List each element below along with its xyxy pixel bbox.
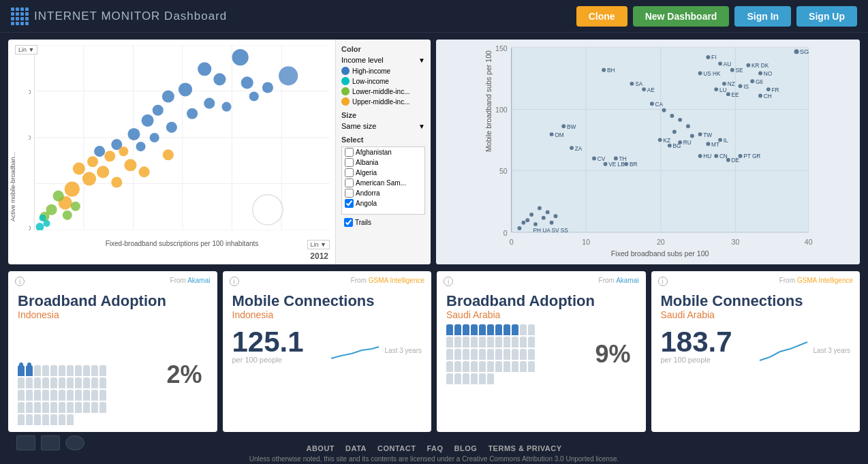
svg-text:50: 50 [29, 134, 31, 141]
source-label-1: From Akamai [170, 277, 211, 284]
svg-point-23 [198, 62, 211, 76]
person-grid-1 [18, 324, 99, 365]
svg-text:LU: LU [719, 87, 727, 93]
svg-text:AE: AE [647, 87, 655, 93]
svg-point-32 [166, 122, 177, 133]
trails-label: Trails [355, 219, 371, 226]
legend-low-income: Low-income [341, 77, 425, 85]
svg-point-141 [698, 132, 702, 136]
header: INTERNET MONITOR Dashboard Clone New Das… [0, 0, 868, 33]
svg-text:TH: TH [619, 156, 627, 162]
svg-point-45 [111, 176, 122, 187]
lin-dropdown-x[interactable]: Lin ▼ [307, 240, 330, 249]
svg-text:MT: MT [711, 142, 719, 148]
country-list[interactable]: Afghanistan Albania Algeria American Sam… [341, 146, 425, 215]
source-name-1: Akamai [187, 277, 210, 284]
percent-value-3: 9% [595, 340, 630, 369]
svg-text:SA: SA [635, 81, 643, 87]
svg-text:NO: NO [764, 71, 773, 77]
footer-link-data[interactable]: DATA [345, 444, 367, 452]
svg-text:100: 100 [495, 106, 508, 114]
mini-chart-4 [756, 337, 811, 364]
svg-point-103 [714, 87, 718, 91]
svg-point-124 [690, 134, 694, 138]
clone-button[interactable]: Clone [576, 6, 627, 27]
svg-text:150: 150 [495, 44, 508, 52]
svg-point-165 [517, 226, 521, 230]
y-axis-label-left: Active mobile-broadban... [10, 152, 30, 221]
info-icon-1[interactable]: i [15, 277, 25, 286]
svg-text:RU: RU [683, 140, 692, 146]
svg-text:HU: HU [703, 153, 711, 159]
svg-text:BW: BW [567, 124, 576, 130]
country-checkbox-andorra[interactable] [345, 189, 354, 198]
svg-point-60 [44, 220, 50, 227]
svg-point-41 [279, 66, 298, 85]
svg-point-40 [150, 133, 159, 142]
svg-point-97 [739, 84, 743, 88]
svg-point-48 [73, 162, 85, 174]
scatter-svg-right: 150 100 50 0 0 10 20 30 40 SG FI AU [436, 40, 860, 264]
country-checkbox-afghanistan[interactable] [345, 148, 354, 157]
scatter-chart-left: Active mobile-broadban... [8, 40, 431, 264]
card-mobile-indonesia: i From GSMA Intelligence Mobile Connecti… [223, 271, 432, 432]
svg-point-167 [550, 221, 554, 225]
card-broadband-indonesia: i From Akamai Broadband Adoption Indones… [8, 271, 217, 432]
svg-point-153 [726, 158, 730, 162]
footer-link-about[interactable]: ABOUT [306, 444, 335, 452]
svg-point-51 [119, 146, 128, 156]
svg-point-166 [521, 221, 525, 225]
svg-point-109 [766, 87, 771, 91]
svg-text:50: 50 [499, 167, 508, 175]
svg-point-43 [82, 172, 96, 185]
svg-point-58 [71, 202, 80, 211]
svg-text:CN: CN [719, 153, 728, 159]
country-checkbox-angola[interactable] [345, 199, 354, 208]
svg-text:ZA: ZA [575, 146, 583, 152]
sign-up-button[interactable]: Sign Up [796, 6, 857, 27]
svg-point-168 [554, 214, 558, 218]
svg-point-31 [142, 114, 154, 127]
svg-point-157 [698, 154, 702, 158]
info-icon-4[interactable]: i [658, 277, 668, 286]
svg-text:FI: FI [711, 55, 716, 61]
card-title-4: Mobile Connections [661, 293, 851, 309]
color-dropdown-icon[interactable]: ▼ [418, 57, 425, 64]
mobile-value-2: 125.1 [232, 326, 304, 358]
svg-point-62 [253, 195, 283, 225]
card-subtitle-2: Indonesia [232, 309, 422, 320]
scatter-controls: Color Income level ▼ High-income Low-inc… [335, 40, 431, 264]
svg-text:CH: CH [764, 93, 772, 99]
footer-link-faq[interactable]: FAQ [427, 444, 443, 452]
svg-point-122 [686, 124, 690, 128]
trails-checkbox[interactable] [344, 218, 353, 227]
svg-point-125 [561, 124, 565, 128]
info-icon-3[interactable]: i [444, 277, 453, 286]
size-dropdown-icon[interactable]: ▼ [418, 123, 425, 130]
svg-point-143 [592, 156, 596, 160]
svg-text:0: 0 [510, 238, 514, 246]
svg-text:NZ: NZ [728, 81, 735, 87]
country-checkbox-algeria[interactable] [345, 168, 354, 177]
svg-text:KR DK: KR DK [751, 63, 769, 69]
svg-point-61 [39, 215, 46, 221]
sign-in-button[interactable]: Sign In [734, 6, 791, 27]
footer-link-terms[interactable]: TERMS & PRIVACY [488, 444, 561, 452]
new-dashboard-button[interactable]: New Dashboard [633, 6, 730, 27]
svg-point-22 [232, 49, 249, 65]
select-section-label: Select [341, 136, 425, 144]
card-mobile-saudi: i From GSMA Intelligence Mobile Connecti… [651, 271, 861, 432]
source-name-4: GSMA Intelligence [797, 277, 853, 284]
svg-text:PH UA SV SS: PH UA SV SS [533, 228, 568, 234]
footer-logo-3 [65, 435, 84, 450]
footer-link-contact[interactable]: CONTACT [377, 444, 416, 452]
info-icon-2[interactable]: i [230, 277, 239, 286]
lin-dropdown-y[interactable]: Lin ▼ [15, 45, 37, 55]
country-checkbox-american-sam[interactable] [345, 179, 354, 187]
mini-chart-label-4: Last 3 years [813, 347, 850, 354]
svg-text:IS: IS [743, 84, 749, 90]
svg-point-35 [249, 92, 259, 102]
country-checkbox-albania[interactable] [345, 158, 354, 167]
svg-text:SG: SG [800, 48, 809, 55]
footer-link-blog[interactable]: BLOG [454, 444, 478, 452]
